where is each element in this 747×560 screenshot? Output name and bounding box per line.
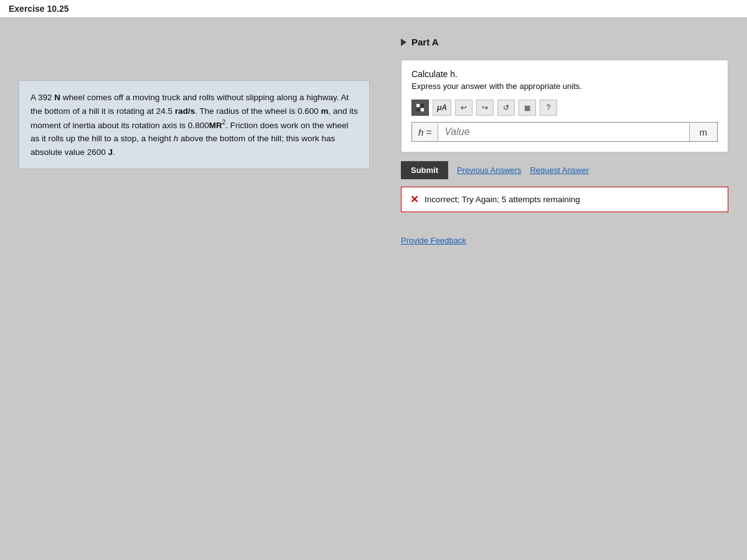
redo-icon: ↪ [482,103,488,112]
value-input[interactable] [438,123,688,141]
provide-feedback-link[interactable]: Provide Feedback [401,236,466,245]
submit-row: Submit Previous Answers Request Answer [401,161,728,179]
unit-cell: m [689,123,718,141]
calculate-label: Calculate h. [411,69,718,79]
refresh-toolbar-button[interactable]: ↺ [497,100,515,116]
answer-row: h = m [411,122,718,142]
previous-answers-link[interactable]: Previous Answers [457,166,521,175]
undo-toolbar-button[interactable]: ↪ [455,100,472,116]
provide-feedback-section: Provide Feedback [401,225,728,245]
help-toolbar-button[interactable]: ? [540,100,557,116]
request-answer-link[interactable]: Request Answer [530,166,589,175]
problem-text: A 392 N wheel comes off a moving truck a… [31,91,358,159]
x-icon: ✕ [410,194,418,205]
submit-button[interactable]: Submit [401,161,448,179]
keyboard-toolbar-button[interactable]: ▦ [519,100,536,116]
redo-toolbar-button[interactable]: ↪ [476,100,494,116]
title-text: Exercise 10.25 [9,4,69,14]
undo-icon: ↪ [461,103,467,112]
exercise-title: Exercise 10.25 [0,0,747,18]
right-panel: Part A Calculate h. Express your answer … [388,18,747,558]
refresh-icon: ↺ [503,103,509,112]
mu-toolbar-button[interactable]: μA [433,100,451,116]
left-panel: A 392 N wheel comes off a moving truck a… [0,18,388,558]
toolbar-row: μA ↪ ↪ ↺ ▦ ? [411,100,718,116]
incorrect-text: Incorrect; Try Again; 5 attempts remaini… [425,195,580,204]
keyboard-icon: ▦ [524,104,530,112]
grid-toolbar-button[interactable] [411,100,429,116]
part-a-header: Part A [401,37,728,47]
answer-section: Calculate h. Express your answer with th… [401,60,728,152]
collapse-icon[interactable] [401,39,406,46]
variable-label: h = [412,123,438,141]
problem-box: A 392 N wheel comes off a moving truck a… [19,80,370,169]
part-a-label: Part A [411,37,439,47]
incorrect-feedback-box: ✕ Incorrect; Try Again; 5 attempts remai… [401,187,728,212]
mu-label: μA [437,103,447,112]
question-icon: ? [547,103,551,112]
express-label: Express your answer with the appropriate… [411,82,718,91]
